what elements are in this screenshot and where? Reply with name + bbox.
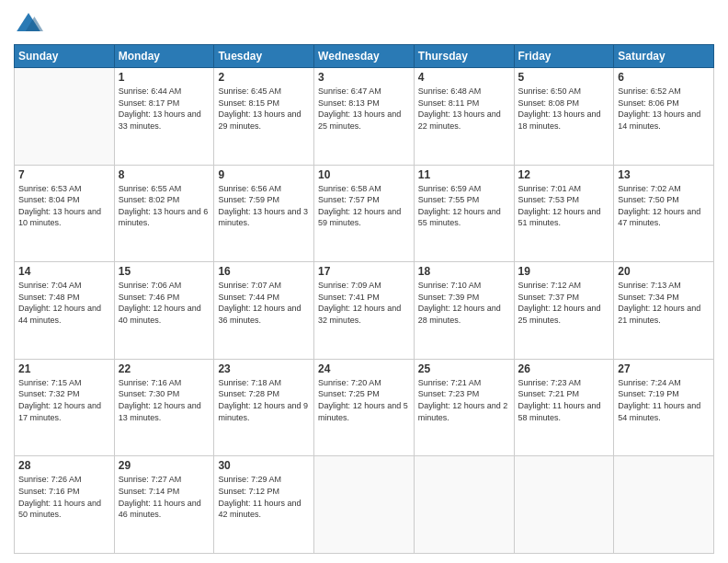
day-number: 25 [418,362,510,375]
day-number: 13 [618,168,710,181]
weekday-header-tuesday: Tuesday [214,45,314,68]
day-number: 22 [119,362,210,375]
calendar-cell [514,456,614,554]
weekday-header-thursday: Thursday [414,45,514,68]
day-number: 27 [618,362,710,375]
day-info: Sunrise: 7:09 AMSunset: 7:41 PMDaylight:… [318,280,410,326]
day-number: 16 [218,265,310,278]
day-number: 1 [119,71,210,84]
week-row-1: 7Sunrise: 6:53 AMSunset: 8:04 PMDaylight… [15,165,714,262]
calendar-cell: 2Sunrise: 6:45 AMSunset: 8:15 PMDaylight… [214,68,314,166]
calendar-table: SundayMondayTuesdayWednesdayThursdayFrid… [14,44,714,554]
week-row-0: 1Sunrise: 6:44 AMSunset: 8:17 PMDaylight… [15,68,714,166]
day-number: 8 [119,168,210,181]
day-info: Sunrise: 6:50 AMSunset: 8:08 PMDaylight:… [518,86,610,132]
logo-icon [14,9,43,39]
day-info: Sunrise: 6:58 AMSunset: 7:57 PMDaylight:… [318,183,410,229]
weekday-header-monday: Monday [114,45,214,68]
day-number: 20 [618,265,710,278]
day-number: 15 [119,265,210,278]
day-info: Sunrise: 6:45 AMSunset: 8:15 PMDaylight:… [218,86,310,132]
day-info: Sunrise: 7:06 AMSunset: 7:46 PMDaylight:… [119,280,210,326]
day-info: Sunrise: 6:48 AMSunset: 8:11 PMDaylight:… [418,86,510,132]
day-number: 19 [518,265,610,278]
day-number: 26 [518,362,610,375]
calendar-cell: 20Sunrise: 7:13 AMSunset: 7:34 PMDayligh… [614,262,714,360]
day-info: Sunrise: 7:23 AMSunset: 7:21 PMDaylight:… [518,377,610,423]
day-number: 2 [218,71,310,84]
calendar-cell: 5Sunrise: 6:50 AMSunset: 8:08 PMDaylight… [514,68,614,166]
day-info: Sunrise: 7:27 AMSunset: 7:14 PMDaylight:… [119,474,210,520]
day-info: Sunrise: 7:29 AMSunset: 7:12 PMDaylight:… [218,474,310,520]
calendar-cell: 3Sunrise: 6:47 AMSunset: 8:13 PMDaylight… [314,68,415,166]
weekday-header-sunday: Sunday [15,45,115,68]
calendar-cell: 30Sunrise: 7:29 AMSunset: 7:12 PMDayligh… [214,456,314,554]
day-number: 21 [18,362,110,375]
day-number: 9 [218,168,310,181]
weekday-header-saturday: Saturday [614,45,714,68]
day-info: Sunrise: 7:18 AMSunset: 7:28 PMDaylight:… [218,377,310,423]
calendar-cell: 9Sunrise: 6:56 AMSunset: 7:59 PMDaylight… [214,165,314,262]
calendar-cell: 16Sunrise: 7:07 AMSunset: 7:44 PMDayligh… [214,262,314,360]
day-info: Sunrise: 7:26 AMSunset: 7:16 PMDaylight:… [18,474,110,520]
calendar-cell: 22Sunrise: 7:16 AMSunset: 7:30 PMDayligh… [114,359,214,456]
day-info: Sunrise: 6:59 AMSunset: 7:55 PMDaylight:… [418,183,510,229]
calendar-cell [15,68,115,166]
day-info: Sunrise: 7:02 AMSunset: 7:50 PMDaylight:… [618,183,710,229]
day-number: 10 [318,168,410,181]
day-info: Sunrise: 7:20 AMSunset: 7:25 PMDaylight:… [318,377,410,423]
calendar-cell: 17Sunrise: 7:09 AMSunset: 7:41 PMDayligh… [314,262,415,360]
calendar-cell: 11Sunrise: 6:59 AMSunset: 7:55 PMDayligh… [414,165,514,262]
calendar-cell: 1Sunrise: 6:44 AMSunset: 8:17 PMDaylight… [114,68,214,166]
header [14,9,714,39]
day-number: 14 [18,265,110,278]
day-number: 28 [18,459,110,472]
calendar-cell: 23Sunrise: 7:18 AMSunset: 7:28 PMDayligh… [214,359,314,456]
day-number: 24 [318,362,410,375]
day-info: Sunrise: 7:04 AMSunset: 7:48 PMDaylight:… [18,280,110,326]
day-info: Sunrise: 6:44 AMSunset: 8:17 PMDaylight:… [119,86,210,132]
calendar-cell: 26Sunrise: 7:23 AMSunset: 7:21 PMDayligh… [514,359,614,456]
day-number: 3 [318,71,410,84]
week-row-4: 28Sunrise: 7:26 AMSunset: 7:16 PMDayligh… [15,456,714,554]
day-info: Sunrise: 6:53 AMSunset: 8:04 PMDaylight:… [18,183,110,229]
day-number: 12 [518,168,610,181]
calendar-cell [414,456,514,554]
day-info: Sunrise: 7:12 AMSunset: 7:37 PMDaylight:… [518,280,610,326]
weekday-header-wednesday: Wednesday [314,45,415,68]
day-info: Sunrise: 7:10 AMSunset: 7:39 PMDaylight:… [418,280,510,326]
calendar-cell: 8Sunrise: 6:55 AMSunset: 8:02 PMDaylight… [114,165,214,262]
calendar-cell: 27Sunrise: 7:24 AMSunset: 7:19 PMDayligh… [614,359,714,456]
calendar-cell: 25Sunrise: 7:21 AMSunset: 7:23 PMDayligh… [414,359,514,456]
day-number: 7 [18,168,110,181]
page: SundayMondayTuesdayWednesdayThursdayFrid… [0,0,728,563]
day-info: Sunrise: 6:52 AMSunset: 8:06 PMDaylight:… [618,86,710,132]
calendar-cell: 21Sunrise: 7:15 AMSunset: 7:32 PMDayligh… [15,359,115,456]
weekday-header-friday: Friday [514,45,614,68]
week-row-2: 14Sunrise: 7:04 AMSunset: 7:48 PMDayligh… [15,262,714,360]
calendar-cell: 15Sunrise: 7:06 AMSunset: 7:46 PMDayligh… [114,262,214,360]
day-info: Sunrise: 7:21 AMSunset: 7:23 PMDaylight:… [418,377,510,423]
day-info: Sunrise: 6:55 AMSunset: 8:02 PMDaylight:… [119,183,210,229]
calendar-cell: 18Sunrise: 7:10 AMSunset: 7:39 PMDayligh… [414,262,514,360]
day-number: 30 [218,459,310,472]
calendar-cell: 24Sunrise: 7:20 AMSunset: 7:25 PMDayligh… [314,359,415,456]
day-info: Sunrise: 7:13 AMSunset: 7:34 PMDaylight:… [618,280,710,326]
day-number: 17 [318,265,410,278]
calendar-cell: 6Sunrise: 6:52 AMSunset: 8:06 PMDaylight… [614,68,714,166]
calendar-cell: 12Sunrise: 7:01 AMSunset: 7:53 PMDayligh… [514,165,614,262]
calendar-cell: 7Sunrise: 6:53 AMSunset: 8:04 PMDaylight… [15,165,115,262]
calendar-cell: 19Sunrise: 7:12 AMSunset: 7:37 PMDayligh… [514,262,614,360]
calendar-cell: 4Sunrise: 6:48 AMSunset: 8:11 PMDaylight… [414,68,514,166]
day-number: 18 [418,265,510,278]
day-info: Sunrise: 7:15 AMSunset: 7:32 PMDaylight:… [18,377,110,423]
day-number: 11 [418,168,510,181]
day-number: 6 [618,71,710,84]
calendar-cell: 13Sunrise: 7:02 AMSunset: 7:50 PMDayligh… [614,165,714,262]
day-info: Sunrise: 6:56 AMSunset: 7:59 PMDaylight:… [218,183,310,229]
day-number: 4 [418,71,510,84]
day-number: 5 [518,71,610,84]
day-number: 29 [119,459,210,472]
day-info: Sunrise: 7:16 AMSunset: 7:30 PMDaylight:… [119,377,210,423]
week-row-3: 21Sunrise: 7:15 AMSunset: 7:32 PMDayligh… [15,359,714,456]
